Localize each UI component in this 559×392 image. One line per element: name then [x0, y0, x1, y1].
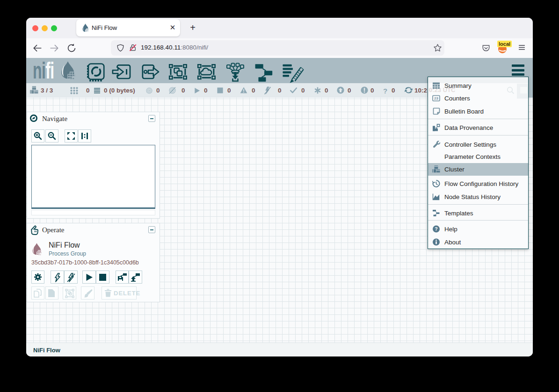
svg-text:23: 23 [434, 96, 438, 100]
svg-text:?: ? [435, 226, 437, 232]
